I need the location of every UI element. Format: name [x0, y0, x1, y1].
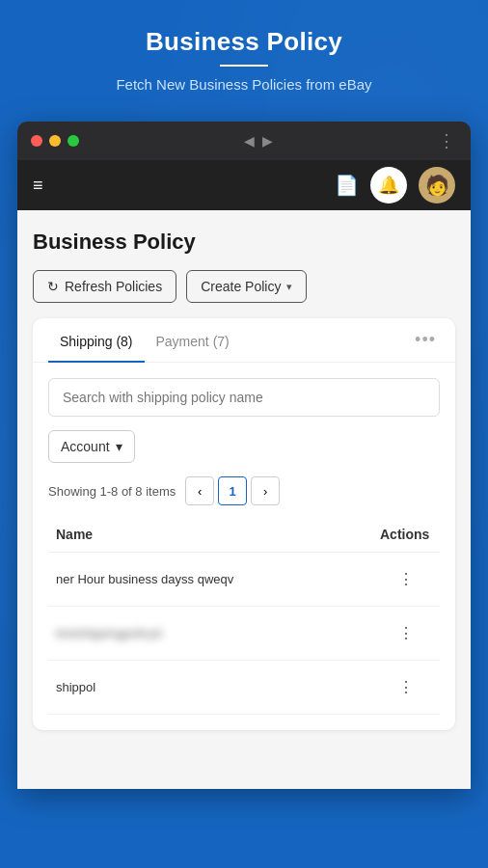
browser-titlebar: ◀ ▶ ⋮	[17, 122, 471, 160]
tab-payment[interactable]: Payment (7)	[145, 318, 241, 363]
browser-dots	[31, 135, 79, 147]
tabs-more-icon[interactable]: •••	[411, 320, 440, 360]
nav-forward-icon[interactable]: ▶	[262, 133, 273, 149]
policy-actions-cell: ⋮	[372, 553, 440, 607]
tab-content: Account ▾ Showing 1-8 of 8 items ‹ 1 ›	[33, 363, 455, 730]
nav-back-icon[interactable]: ◀	[244, 133, 255, 149]
main-title: Business Policy	[19, 27, 469, 57]
policy-name: testshippingpolicyd	[56, 626, 162, 640]
policy-name: shippol	[56, 680, 95, 694]
policies-table: Name Actions ner Hour business dayss qwe…	[48, 517, 440, 715]
title-underline	[220, 65, 268, 67]
browser-window: ◀ ▶ ⋮ ≡ 📄 🔔 🧑 Business Policy ↻ Refresh …	[17, 122, 471, 789]
avatar-image: 🧑	[425, 174, 449, 197]
column-name: Name	[48, 517, 372, 553]
tab-shipping[interactable]: Shipping (8)	[48, 318, 145, 363]
app-toolbar: ≡ 📄 🔔 🧑	[17, 160, 471, 210]
close-button[interactable]	[31, 135, 42, 147]
pagination-page-1-button[interactable]: 1	[218, 476, 247, 505]
tabs-row: Shipping (8) Payment (7) •••	[33, 318, 455, 363]
policy-name-cell: testshippingpolicyd	[48, 607, 372, 661]
create-policy-button[interactable]: Create Policy ▾	[186, 270, 307, 303]
main-subtitle: Fetch New Business Policies from eBay	[19, 76, 469, 93]
table-row: testshippingpolicyd⋮	[48, 607, 440, 661]
showing-row: Showing 1-8 of 8 items ‹ 1 ›	[48, 476, 440, 505]
policy-actions-cell: ⋮	[372, 661, 440, 715]
chevron-down-icon: ▾	[286, 281, 292, 293]
notification-bell[interactable]: 🔔	[370, 167, 407, 203]
column-actions: Actions	[372, 517, 440, 553]
create-label: Create Policy	[201, 279, 281, 294]
main-content: Business Policy ↻ Refresh Policies Creat…	[17, 210, 471, 789]
minimize-button[interactable]	[49, 135, 61, 147]
browser-nav: ◀ ▶	[244, 133, 273, 149]
tab-card: Shipping (8) Payment (7) ••• Account ▾	[33, 318, 455, 730]
pagination: ‹ 1 ›	[185, 476, 280, 505]
table-row: shippol⋮	[48, 661, 440, 715]
bell-icon: 🔔	[378, 175, 399, 196]
avatar[interactable]: 🧑	[419, 167, 455, 203]
browser-menu-icon[interactable]: ⋮	[438, 130, 457, 151]
refresh-icon: ↻	[47, 279, 59, 294]
maximize-button[interactable]	[68, 135, 79, 147]
action-bar: ↻ Refresh Policies Create Policy ▾	[33, 270, 455, 303]
pagination-next-button[interactable]: ›	[251, 476, 280, 505]
policy-actions-cell: ⋮	[372, 607, 440, 661]
document-icon[interactable]: 📄	[335, 174, 359, 197]
table-row: ner Hour business dayss qweqv⋮	[48, 553, 440, 607]
policy-actions-button[interactable]: ⋮	[394, 674, 419, 700]
pagination-prev-button[interactable]: ‹	[185, 476, 214, 505]
account-label: Account	[61, 439, 110, 454]
account-dropdown[interactable]: Account ▾	[48, 430, 135, 463]
page-title: Business Policy	[33, 230, 455, 255]
policy-name-cell: ner Hour business dayss qweqv	[48, 553, 372, 607]
refresh-label: Refresh Policies	[65, 279, 162, 294]
policy-actions-button[interactable]: ⋮	[394, 566, 419, 592]
account-chevron-icon: ▾	[116, 439, 122, 454]
showing-text: Showing 1-8 of 8 items	[48, 484, 176, 499]
policy-name: ner Hour business dayss qweqv	[56, 572, 233, 586]
policy-actions-button[interactable]: ⋮	[394, 620, 419, 646]
search-input[interactable]	[48, 378, 440, 417]
refresh-policies-button[interactable]: ↻ Refresh Policies	[33, 270, 176, 303]
header-section: Business Policy Fetch New Business Polic…	[0, 0, 488, 112]
hamburger-icon[interactable]: ≡	[33, 176, 43, 196]
policy-name-cell: shippol	[48, 661, 372, 715]
toolbar-right: 📄 🔔 🧑	[335, 167, 455, 203]
